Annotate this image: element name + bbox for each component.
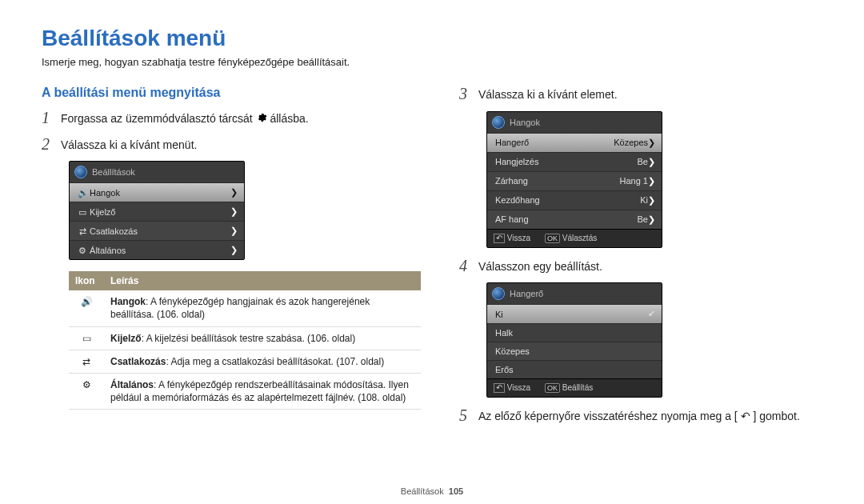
right-column: 3 Válassza ki a kívánt elemet. Hangok Ha… xyxy=(459,86,822,433)
menu-row: Hangerő Közepes❯ xyxy=(487,133,662,152)
chevron-right-icon: ❯ xyxy=(648,176,655,186)
col-desc: Leírás xyxy=(104,271,421,290)
dial-icon xyxy=(492,287,505,300)
menu-row: Közepes xyxy=(487,342,662,360)
menu-row: Halk xyxy=(487,323,662,342)
table-row: ⇄ Csatlakozás: Adja meg a csatlakozási b… xyxy=(69,350,421,373)
menu-footer: ↶ Vissza OK Beállítás xyxy=(487,378,662,397)
step-number: 1 xyxy=(42,110,53,126)
menu-row: ▭ Kijelző ❯ xyxy=(70,202,244,221)
table-row: 🔊 Hangok: A fényképezőgép hangjainak és … xyxy=(69,290,421,326)
camera-menu-sounds: Hangok Hangerő Közepes❯ Hangjelzés Be❯ Z… xyxy=(486,111,662,248)
chevron-right-icon: ❯ xyxy=(648,157,655,166)
menu-row: ⚙ Általános ❯ xyxy=(70,240,244,259)
icon-description-table: Ikon Leírás 🔊 Hangok: A fényképezőgép ha… xyxy=(69,271,421,410)
display-icon: ▭ xyxy=(78,207,87,217)
gear-icon xyxy=(256,112,267,128)
chevron-right-icon: ❯ xyxy=(230,226,238,236)
step-3: 3 Válassza ki a kívánt elemet. xyxy=(459,86,822,103)
back-icon: ↶ xyxy=(494,234,505,243)
general-icon: ⚙ xyxy=(82,379,91,390)
step-text: Válassza ki a kívánt menüt. xyxy=(61,136,197,154)
dial-icon xyxy=(492,116,505,129)
check-icon: ✔ xyxy=(648,309,655,319)
general-icon: ⚙ xyxy=(78,246,87,255)
step-4: 4 Válasszon egy beállítást. xyxy=(459,258,822,275)
menu-row: AF hang Be❯ xyxy=(487,210,662,229)
camera-menu-settings: Beállítások 🔊 Hangok ❯ ▭ Kijelző ❯ ⇄ Csa… xyxy=(69,161,245,260)
step-text: Válasszon egy beállítást. xyxy=(478,258,602,275)
menu-row: Ki ✔ xyxy=(487,304,662,323)
step-text: Forgassa az üzemmódválasztó tárcsát állá… xyxy=(61,110,309,128)
sound-icon: 🔊 xyxy=(78,188,87,198)
chevron-right-icon: ❯ xyxy=(230,187,238,198)
chevron-right-icon: ❯ xyxy=(230,206,238,217)
col-icon: Ikon xyxy=(69,271,104,290)
display-icon: ▭ xyxy=(82,333,91,344)
camera-menu-volume: Hangerő Ki ✔ Halk Közepes Erős ↶ Vissza … xyxy=(486,282,662,398)
menu-row: Erős xyxy=(487,360,662,378)
step-number: 3 xyxy=(459,86,470,102)
table-row: ▭ Kijelző: A kijelzési beállítások testr… xyxy=(69,326,421,350)
step-1: 1 Forgassa az üzemmódválasztó tárcsát ál… xyxy=(42,110,421,128)
page-footer: Beállítások 105 xyxy=(0,486,864,496)
dial-icon xyxy=(74,166,87,178)
step-text: Az előző képernyőre visszatéréshez nyomj… xyxy=(478,407,800,425)
ok-icon: OK xyxy=(545,383,560,393)
menu-header: Hangerő xyxy=(487,283,662,304)
menu-row: Kezdőhang Ki❯ xyxy=(487,190,662,210)
menu-row: Hangjelzés Be❯ xyxy=(487,152,662,171)
connect-icon: ⇄ xyxy=(78,226,87,236)
connect-icon: ⇄ xyxy=(82,356,90,367)
menu-header: Beállítások xyxy=(70,162,244,182)
menu-footer: ↶ Vissza OK Választás xyxy=(487,229,662,247)
menu-row: Zárhang Hang 1❯ xyxy=(487,171,662,190)
back-icon: ↶ xyxy=(494,383,505,393)
page-title: Beállítások menü xyxy=(42,26,822,51)
step-text: Válassza ki a kívánt elemet. xyxy=(478,86,618,103)
step-5: 5 Az előző képernyőre visszatéréshez nyo… xyxy=(459,407,822,425)
section-heading: A beállítási menü megnyitása xyxy=(42,86,421,100)
intro-text: Ismerje meg, hogyan szabhatja testre fén… xyxy=(42,56,822,68)
menu-header: Hangok xyxy=(487,112,662,133)
chevron-right-icon: ❯ xyxy=(648,195,655,205)
left-column: A beállítási menü megnyitása 1 Forgassa … xyxy=(42,86,421,433)
ok-icon: OK xyxy=(545,234,560,243)
chevron-right-icon: ❯ xyxy=(648,214,655,224)
table-row: ⚙ Általános: A fényképezőgép rendszerbeá… xyxy=(69,373,421,409)
step-2: 2 Válassza ki a kívánt menüt. xyxy=(42,136,421,154)
chevron-right-icon: ❯ xyxy=(230,245,238,255)
sound-icon: 🔊 xyxy=(81,296,93,307)
step-number: 5 xyxy=(459,407,470,423)
back-icon: ↶ xyxy=(741,410,750,422)
step-number: 2 xyxy=(42,136,53,152)
chevron-right-icon: ❯ xyxy=(648,138,655,147)
step-number: 4 xyxy=(459,258,470,274)
menu-row: 🔊 Hangok ❯ xyxy=(70,182,244,202)
menu-row: ⇄ Csatlakozás ❯ xyxy=(70,221,244,240)
